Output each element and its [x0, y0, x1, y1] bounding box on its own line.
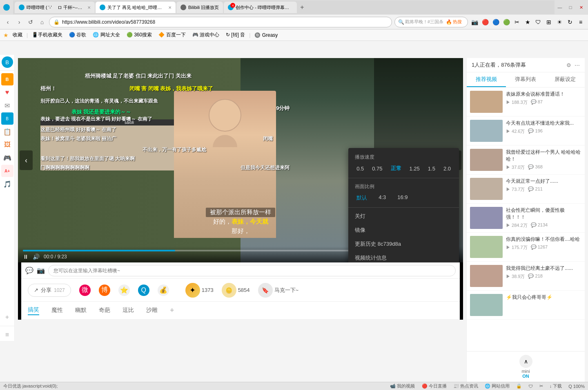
panel-tab-danmaku[interactable]: 弹幕列表	[506, 72, 545, 87]
cat-tab-1[interactable]: 魔性	[51, 307, 63, 315]
share-coin-icon[interactable]: 💰	[158, 285, 169, 296]
bottom-my-video[interactable]: 📹 我的视频	[390, 383, 415, 389]
sidebar-icon-8[interactable]: A+	[1, 165, 13, 177]
extension-icon-1[interactable]: 🔴	[481, 18, 489, 26]
sidebar-menu-icon[interactable]: ≡	[1, 329, 13, 341]
sidebar-icon-4[interactable]: B	[1, 112, 13, 125]
bookmark-360[interactable]: 🟢 360搜索	[124, 31, 154, 39]
speed-normal[interactable]: 正常	[389, 164, 403, 173]
bookmark-google[interactable]: 🔵 谷歌	[67, 31, 89, 39]
rec-item-4[interactable]: 社会性死亡瞬间，傻蛋性极强！！！ ▶ 284.2万 💬 2134	[467, 204, 585, 233]
sidebar-icon-7[interactable]: 🎮	[1, 152, 13, 164]
extension-icon-3[interactable]: 🟢	[502, 18, 510, 26]
sidebar-icon-9[interactable]: 🎵	[1, 178, 13, 190]
ratio-43[interactable]: 4:3	[377, 193, 388, 202]
bookmark-baidu[interactable]: 🔶 百度一下	[156, 31, 188, 39]
brightness-icon[interactable]: ☀	[555, 18, 564, 26]
search-bar[interactable]: 🔍 戳将早晚！#三国杀 🔥 热搜	[394, 17, 468, 27]
sidebar-icon-1[interactable]: B	[1, 73, 13, 85]
maximize-button[interactable]: □	[567, 4, 574, 11]
cat-add-button[interactable]: +	[170, 306, 174, 315]
share-button[interactable]: ↗ 分享 1027	[28, 284, 71, 297]
speed-125[interactable]: 1.25	[408, 165, 421, 173]
bottom-credit[interactable]: 🌐 网站信用	[485, 383, 510, 389]
share-weibo-icon[interactable]: 微	[79, 285, 91, 296]
sidebar-icon-2[interactable]: ♥	[1, 86, 13, 99]
address-bar[interactable]: 🔒 https://www.bilibili.com/video/av58773…	[49, 17, 392, 27]
speed-15[interactable]: 1.5	[426, 165, 437, 173]
menu-lights[interactable]: 关灯	[348, 209, 459, 223]
cat-tab-5[interactable]: 沙雕	[146, 307, 158, 315]
speed-075[interactable]: 0.75	[370, 165, 384, 173]
tab-2[interactable]: 关了了 再见 哈哈哈_哔哩哔... ✕	[96, 2, 176, 13]
panel-settings-icon[interactable]: ⚙	[566, 62, 571, 68]
bookmark-transfer[interactable]: ↻ [转] 音	[223, 31, 247, 39]
bottom-download[interactable]: ↓ 下载	[550, 383, 562, 389]
rec-item-3[interactable]: 今天就正常一点好了...... ▶ 73.7万 💬 211	[467, 175, 585, 204]
shield-icon[interactable]: 🛡	[534, 18, 542, 26]
coin-button[interactable]: 🪙	[222, 283, 236, 298]
ratio-169[interactable]: 16:9	[396, 193, 409, 202]
screenshot-icon[interactable]: 📷	[470, 18, 479, 26]
bookmark-urls[interactable]: 🌐 网址大全	[90, 31, 122, 39]
refresh-button[interactable]: ↺	[26, 18, 35, 27]
menu-icon[interactable]: ≡	[577, 18, 585, 26]
bookmark-greasy[interactable]: 🔘 Greasy	[252, 31, 280, 39]
home-button[interactable]: ⌂	[38, 18, 47, 27]
bookmark-games[interactable]: 🎮 游戏中心	[190, 31, 222, 39]
danmaku-input[interactable]	[48, 265, 456, 276]
share-star-icon[interactable]: ⭐	[118, 285, 130, 296]
share-weibo2-icon[interactable]: 博	[99, 285, 110, 296]
rec-item-2[interactable]: 我曾经爱过这样一个男人 哈哈哈哈哈！ ▶ 37.0万 💬 368	[467, 146, 585, 175]
close-button[interactable]: ✕	[577, 4, 585, 11]
mini-up-button[interactable]: ∧	[519, 355, 532, 368]
rec-item-6[interactable]: 我觉得我已经离土豪不远了...... ▶ 38.9万 💬 218	[467, 262, 585, 291]
panel-tab-recommend[interactable]: 推荐视频	[467, 72, 506, 87]
ratio-default[interactable]: 默认	[355, 193, 369, 202]
cat-tab-2[interactable]: 幽默	[75, 307, 87, 315]
cat-tab-3[interactable]: 奇葩	[99, 307, 110, 315]
sidebar-icon-3[interactable]: ✉	[1, 99, 13, 112]
tab-1-close[interactable]: ✕	[87, 5, 91, 10]
forward-button[interactable]: ›	[15, 18, 24, 27]
tab-1[interactable]: 哔哩哔哩 ( '-'ゞ ロ 千杯~--bil... ✕	[15, 2, 95, 13]
menu-history[interactable]: 更新历史 8c739d8a	[348, 237, 459, 251]
star-icon[interactable]: ★	[523, 18, 532, 26]
collect-button[interactable]: ✦	[185, 283, 200, 298]
menu-mirror[interactable]: 镜像	[348, 223, 459, 237]
scissors-icon[interactable]: ✂	[513, 18, 521, 26]
cat-tab-4[interactable]: 逗比	[122, 307, 134, 315]
menu-stats[interactable]: 视频统计信息	[348, 251, 459, 262]
sidebar-icon-6[interactable]: 🖼	[1, 139, 13, 151]
bottom-live[interactable]: 🔴 今日直播	[422, 383, 447, 389]
rec-item-5[interactable]: 你真的没骗你嘛！不信你看....哈哈 ▶ 175.7万 💬 1267	[467, 233, 585, 262]
extension-icon-2[interactable]: 🔵	[492, 18, 500, 26]
mark-button[interactable]: 🔖	[258, 283, 273, 298]
panel-tab-block[interactable]: 屏蔽设定	[546, 72, 585, 87]
speed-05[interactable]: 0.5	[355, 165, 365, 173]
play-pause-button[interactable]: ⏸	[23, 253, 29, 260]
tab-3[interactable]: Bilibili 旧播放页	[176, 2, 223, 13]
speed-20[interactable]: 2.0	[442, 165, 452, 173]
tab-4[interactable]: 4 创作中心 - 哔哩哔哩弹幕视频网...	[224, 2, 297, 13]
refresh2-icon[interactable]: ↻	[566, 18, 574, 26]
video-prev-button[interactable]: ‹	[20, 150, 33, 170]
back-button[interactable]: ‹	[3, 18, 12, 27]
bookmark-mobile[interactable]: 📱手机收藏夹	[29, 31, 65, 39]
bookmark-collect[interactable]: 收藏	[10, 31, 25, 39]
sidebar-icon-5[interactable]: 📋	[1, 126, 13, 138]
rec-item-7[interactable]: ⚡我只会心疼哥哥⚡	[467, 291, 585, 320]
new-tab-button[interactable]: +	[300, 4, 304, 11]
video-player[interactable]: saloli 梧州骑楼城 足了老婆 住口 来此出了门 关出来 梧州！ 闭嘴 害 …	[18, 58, 463, 262]
cat-tab-0[interactable]: 搞笑	[28, 306, 39, 315]
bottom-news[interactable]: 📰 热点资讯	[453, 383, 478, 389]
tab-2-close[interactable]: ✕	[168, 5, 172, 10]
rec-item-1[interactable]: 今天有点坑迷不懂送给大家我... ▶ 42.6万 💬 196	[467, 117, 585, 146]
volume-button[interactable]: 🔊	[33, 253, 40, 260]
grid-icon[interactable]: ⊞	[545, 18, 553, 26]
sidebar-add-icon[interactable]: +	[1, 311, 13, 323]
panel-more-icon[interactable]: ⋯	[575, 62, 580, 68]
share-qq-icon[interactable]: Q	[138, 285, 149, 296]
minimize-button[interactable]: —	[556, 4, 564, 11]
rec-item-0[interactable]: 表妹原来会说标准普通话！ ▶ 188.3万 💬 87	[467, 87, 585, 117]
